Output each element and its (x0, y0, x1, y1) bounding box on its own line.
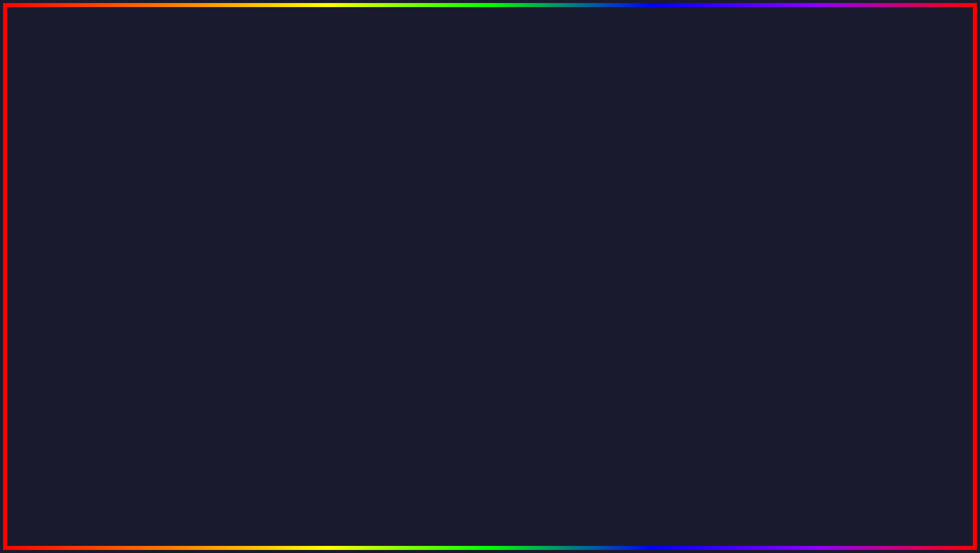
select-boss-dropdown[interactable]: Select Boss : « (43, 304, 293, 317)
logo-text: BL☠X (867, 459, 936, 488)
fruits-text: FRUITS (867, 488, 936, 509)
letter-x: X (378, 3, 437, 94)
select-boss-label: Select Boss : (48, 307, 285, 314)
update-number: 20 (375, 483, 426, 534)
auto-use-v4-checkbox[interactable] (770, 250, 778, 258)
teleport-pvp-zone-btn[interactable]: Teleport to PVP Zone (785, 276, 924, 288)
skill-pct-value: 25 (273, 222, 293, 231)
update-script: SCRIPT PASTEBIN (436, 491, 763, 532)
blox-fruits-logo: BL☠X FRUITS (867, 459, 936, 509)
right-hub-name: ZEN HUB (640, 180, 665, 186)
boss-farm-section: Boss Farm (40, 288, 296, 300)
complete-all-trial-btn[interactable]: Complete All Trial Race (631, 217, 778, 230)
right-menu-icon: ≡ (632, 179, 636, 187)
auto-use-v4-row: Auto Use V4 (631, 248, 778, 260)
auto-use-v4-btn[interactable]: Auto Use V4 (631, 248, 768, 260)
left-hub-name: ZEN HUB (52, 185, 77, 191)
right-col1: Race V4 Quest Complete All Trial Race Au… (628, 199, 782, 293)
letter-o: O (310, 3, 378, 94)
right-datetime: Date: 08/12/2023 - Time: 08:05:14 PM (646, 191, 733, 197)
right-panel-columns: Race V4 Quest Complete All Trial Race Au… (628, 199, 935, 293)
letter-f: F (465, 3, 520, 94)
x-text: X (920, 463, 934, 487)
right-col2-header: Teleports (785, 202, 932, 214)
fingerprint-icon-1: ☞ (772, 264, 778, 272)
boss-chevron-icon: « (285, 307, 288, 314)
unlock-lever-row: Unlock Lever ☞ (631, 276, 778, 288)
letter-s: S (730, 3, 789, 94)
right-panel: ≡ ZEN HUB race tele ⊡ >> Date: 08/12/202… (627, 176, 936, 295)
race-tab[interactable]: race (673, 180, 683, 186)
space (437, 3, 465, 94)
title-container: BLOX FRUITS (135, 8, 845, 89)
character-body (444, 89, 536, 292)
right-col1-header: Race V4 Quest (631, 202, 778, 214)
auto-upgrade-tier-btn[interactable]: Auto Upgrade Tier (631, 262, 770, 274)
update-label: UPDATE (217, 491, 365, 532)
select-place-chevron: « (924, 220, 927, 227)
blox-text: BL (869, 463, 898, 487)
teleport-pvp-zone-row: Teleport to PVP Zone ☞ (785, 276, 932, 288)
fingerprint-icon-4: ☞ (925, 278, 932, 286)
boss-farm-area: Select Boss : « (40, 302, 296, 321)
mobile-android-text: MOBILE ✓ ANDROID ✓ (34, 196, 235, 276)
chevron-down-icon: « (285, 236, 288, 243)
smooth-no-lag-text: SMOOTH NO LAG (44, 155, 270, 186)
letter-r: R (519, 3, 583, 94)
teleport-safe-zone-btn[interactable]: Teleport to Safe Zone (785, 262, 924, 274)
best-top-text: THE BEST TOP !! (721, 155, 936, 186)
select-place-label: Select Place : (790, 220, 924, 226)
main-title: BLOX FRUITS (135, 8, 845, 89)
fingerprint-icon-2: ☞ (772, 278, 778, 286)
right-info-bar: >> Date: 08/12/2023 - Time: 08:05:14 PM … (628, 190, 935, 199)
auto-upgrade-tier-row: Auto Upgrade Tier ☞ (631, 262, 778, 274)
skull-circle: ☠ (898, 460, 920, 487)
checkmark2: ✓ (204, 235, 235, 276)
unlock-lever-btn[interactable]: Unlock Lever (631, 276, 770, 288)
right-fps-info: [Fps] 4 [Ping] : 94.9398 (36%CV) (740, 191, 815, 197)
outer-container: BLOX FRUITS SMOOTH NO LAG THE BEST TOP !… (0, 0, 980, 553)
letter-u: U (583, 3, 647, 94)
character-outline (444, 89, 536, 292)
android-label: ANDROID (34, 237, 194, 275)
teleport-race-door-btn[interactable]: Teleport to Race Door (785, 247, 932, 260)
letter-i: I (647, 3, 674, 94)
update-text-container: UPDATE 20 SCRIPT PASTEBIN (217, 482, 763, 535)
letter-l: L (255, 3, 310, 94)
auto-acient-quest-btn[interactable]: Auto Acient Quest (631, 232, 778, 246)
select-place-dropdown[interactable]: Select Place : « (785, 217, 932, 229)
fingerprint-icon-3: ☞ (925, 264, 932, 272)
checkmark1: ✓ (177, 195, 208, 236)
mobile-label: MOBILE (34, 197, 168, 235)
teleport-safe-zone-row: Teleport to Safe Zone ☞ (785, 262, 932, 274)
letter-b: B (191, 3, 255, 94)
logo-container: BL☠X FRUITS (867, 459, 936, 509)
right-arrow-end: << (823, 191, 829, 197)
tele-tab[interactable]: tele (692, 180, 701, 186)
right-arrow-icon: >> (632, 191, 638, 197)
letter-t: T (675, 3, 730, 94)
teleport-greattree-btn[interactable]: Teleport To Top Of GreatTree (785, 231, 932, 245)
right-col2: Teleports Select Place : « Teleport To T… (782, 199, 935, 293)
building-left (54, 408, 94, 509)
left-arrow-end: << (235, 196, 241, 202)
